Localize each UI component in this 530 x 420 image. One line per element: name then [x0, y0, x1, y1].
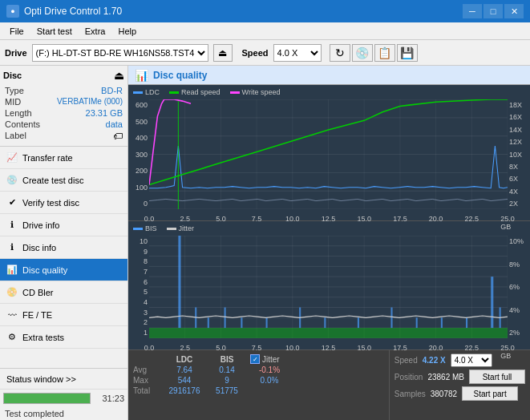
- speed-combo[interactable]: 4.0 X 2.0 X: [451, 353, 492, 367]
- position-row: Position 23862 MB Start full: [394, 370, 525, 384]
- y2-8: 8: [144, 257, 148, 265]
- x2-25-gb: 25.0 GB: [500, 344, 515, 360]
- x2-2-5: 2.5: [180, 344, 190, 352]
- svg-rect-53: [491, 277, 493, 328]
- stats-total-bis: 51775: [207, 386, 247, 395]
- sidebar-item-extra-tests[interactable]: ⚙ Extra tests: [0, 326, 127, 349]
- svg-rect-44: [241, 317, 242, 328]
- content-header: 📊 Disc quality: [128, 66, 530, 85]
- x1-15: 15.0: [357, 215, 371, 223]
- stats-avg-label: Avg: [133, 365, 162, 374]
- disc-button[interactable]: 💿: [352, 44, 373, 62]
- y1r-2x: 2X: [509, 200, 518, 208]
- minimize-button[interactable]: ─: [463, 4, 482, 18]
- menu-help[interactable]: Help: [111, 25, 143, 38]
- y2r-4pct: 4%: [509, 306, 520, 314]
- sidebar-item-disc-info[interactable]: ℹ Disc info: [0, 236, 127, 259]
- drive-label: Drive: [5, 48, 27, 58]
- x1-17-5: 17.5: [393, 215, 407, 223]
- y2-2: 2: [144, 318, 148, 326]
- disc-contents-value: data: [106, 119, 123, 129]
- stats-max-label: Max: [133, 376, 162, 385]
- copy-button[interactable]: 📋: [374, 44, 395, 62]
- content-area: 📊 Disc quality LDC Read speed: [128, 66, 530, 420]
- start-part-button[interactable]: Start part: [462, 386, 518, 401]
- legend-jitter: Jitter: [167, 224, 195, 232]
- samples-label: Samples: [394, 390, 426, 398]
- menu-bar: File Start test Extra Help: [0, 22, 530, 40]
- chart2-svg: [149, 236, 508, 338]
- disc-type-row: Type BD-R: [3, 85, 124, 96]
- y2-10: 10: [140, 237, 148, 245]
- sidebar-item-transfer-rate[interactable]: 📈 Transfer rate: [0, 147, 127, 169]
- legend-write-speed: Write speed: [230, 88, 281, 96]
- speed-row-label: Speed: [394, 356, 418, 365]
- x1-22-5: 22.5: [465, 215, 479, 223]
- sidebar-item-verify-test-disc[interactable]: ✔ Verify test disc: [0, 192, 127, 214]
- progress-bar: [3, 393, 91, 404]
- drive-select[interactable]: (F:) HL-DT-ST BD-RE WH16NS58.TST4: [32, 44, 208, 62]
- menu-start-test[interactable]: Start test: [30, 25, 79, 38]
- sidebar: Disc ⏏ Type BD-R MID VERBATIMe (000) Len…: [0, 66, 128, 420]
- disc-length-value: 23.31 GB: [86, 108, 123, 118]
- speed-select[interactable]: 4.0 X 2.0 X 6.0 X 8.0 X: [273, 44, 322, 62]
- sidebar-item-disc-quality-label: Disc quality: [22, 265, 67, 275]
- chart1-svg: [149, 99, 508, 209]
- legend-read-speed-label: Read speed: [181, 88, 220, 96]
- disc-label-row: Label 🏷: [3, 130, 124, 143]
- verify-icon: ✔: [6, 197, 18, 208]
- y1r-6x: 6X: [509, 175, 518, 183]
- sidebar-item-drive-info[interactable]: ℹ Drive info: [0, 214, 127, 236]
- transfer-rate-icon: 📈: [6, 152, 18, 164]
- save-button[interactable]: 💾: [397, 44, 418, 62]
- disc-type-value: BD-R: [101, 86, 123, 95]
- disc-mid-value: VERBATIMe (000): [57, 97, 123, 107]
- stats-max-bis: 9: [207, 376, 247, 385]
- status-window-button[interactable]: Status window >>: [0, 369, 127, 390]
- status-bar: Status window >> 31:23 Test completed: [0, 368, 127, 420]
- y2-9: 9: [144, 248, 148, 256]
- y1r-16x: 16X: [509, 113, 522, 121]
- svg-rect-43: [225, 308, 226, 329]
- progress-time: 31:23: [94, 394, 124, 403]
- x2-22-5: 22.5: [465, 344, 479, 352]
- app-icon: ●: [6, 5, 19, 18]
- extra-tests-icon: ⚙: [6, 332, 18, 343]
- disc-eject-icon[interactable]: ⏏: [114, 69, 124, 82]
- menu-file[interactable]: File: [3, 25, 30, 38]
- position-label: Position: [394, 373, 423, 382]
- sidebar-item-disc-quality[interactable]: 📊 Disc quality: [0, 259, 127, 281]
- sidebar-item-cd-bler[interactable]: 📀 CD Bler: [0, 281, 127, 304]
- fe-te-icon: 〰: [6, 309, 18, 321]
- nav-items: 📈 Transfer rate 💿 Create test disc ✔ Ver…: [0, 147, 127, 368]
- position-val: 23862 MB: [427, 373, 464, 382]
- create-disc-icon: 💿: [6, 175, 18, 186]
- y1-label-300: 300: [136, 151, 148, 159]
- sidebar-item-fe-te[interactable]: 〰 FE / TE: [0, 304, 127, 326]
- content-title: Disc quality: [153, 70, 207, 81]
- jitter-checkbox[interactable]: ✓: [250, 354, 260, 364]
- app-title: Opti Drive Control 1.70: [24, 6, 122, 17]
- x2-10: 10.0: [285, 344, 300, 352]
- x1-12-5: 12.5: [322, 215, 336, 223]
- sidebar-item-create-test-disc[interactable]: 💿 Create test disc: [0, 169, 127, 192]
- y2-3: 3: [144, 309, 148, 317]
- menu-extra[interactable]: Extra: [79, 25, 112, 38]
- sidebar-item-transfer-rate-label: Transfer rate: [22, 153, 73, 163]
- stats-header-ldc: LDC: [162, 355, 207, 364]
- disc-mid-row: MID VERBATIMe (000): [3, 96, 124, 107]
- close-button[interactable]: ✕: [504, 4, 524, 18]
- maximize-button[interactable]: □: [483, 4, 503, 18]
- eject-button[interactable]: ⏏: [213, 44, 233, 62]
- start-full-button[interactable]: Start full: [469, 370, 525, 384]
- stats-header-jitter: Jitter: [262, 355, 280, 364]
- x2-20: 20.0: [429, 344, 443, 352]
- x1-0: 0.0: [144, 215, 155, 223]
- status-text: Test completed: [0, 407, 127, 420]
- x2-12-5: 12.5: [322, 344, 336, 352]
- legend-ldc-label: LDC: [145, 88, 160, 96]
- disc-label-icon[interactable]: 🏷: [113, 131, 123, 142]
- drive-bar: Drive (F:) HL-DT-ST BD-RE WH16NS58.TST4 …: [0, 40, 530, 66]
- disc-quality-icon: 📊: [6, 265, 18, 276]
- refresh-button[interactable]: ↻: [330, 44, 350, 62]
